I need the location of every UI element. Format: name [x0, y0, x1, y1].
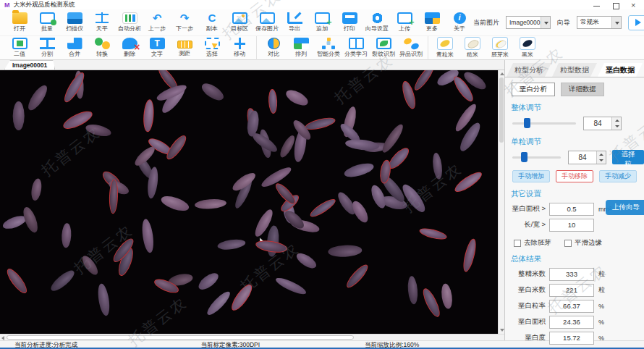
upload-button[interactable]: 上传	[391, 11, 418, 35]
upload-wizard-button[interactable]: 上传向导	[606, 200, 644, 215]
print-button[interactable]: 打印	[336, 11, 363, 35]
target-area-button[interactable]: 目标区	[226, 11, 253, 35]
image-canvas[interactable]	[0, 70, 498, 334]
toolbar-button-label: 转换	[96, 50, 108, 58]
checkbox-item[interactable]: 平滑边缘	[564, 238, 602, 248]
horizontal-scroll-thumb[interactable]	[7, 335, 354, 340]
overall-adjust-spinbox[interactable]: 84	[583, 117, 622, 130]
results-rows: 整精米数 333 粒 垩白米数 221 粒 垩白粒率 66.37 %	[505, 267, 644, 349]
split-button[interactable]: 分割	[33, 36, 61, 60]
checkbox-label: 平滑边缘	[575, 238, 602, 248]
yellow-rice-button[interactable]: 黄粒米	[431, 36, 459, 60]
tab-chalkiness-data[interactable]: 垩白数据	[598, 63, 643, 77]
classify-learn-button[interactable]: 分类学习	[342, 36, 370, 60]
arrange-button[interactable]: 排列	[287, 36, 315, 60]
current-image-select[interactable]: Image00001	[506, 16, 551, 29]
select-button[interactable]: 选择	[198, 36, 226, 60]
about-button[interactable]: 关于	[446, 11, 473, 35]
balance-button[interactable]: 天平	[88, 11, 116, 35]
checkbox-item[interactable]: 去除胚芽	[514, 238, 551, 248]
export-button[interactable]: 导出	[281, 11, 308, 35]
single-grain-slider[interactable]	[512, 156, 561, 159]
checkbox-icon[interactable]	[564, 240, 572, 247]
next-step-button[interactable]: 下一步	[171, 11, 198, 35]
smart-classify-button[interactable]: 智能分类	[315, 36, 342, 60]
manual-remove-button[interactable]: 手动移除	[556, 170, 593, 182]
foreign-detect-button[interactable]: 异品识别	[397, 36, 425, 60]
status-progress: 当前分析进度:分析完成	[14, 341, 77, 349]
toolbar-button-label: 测距	[179, 49, 190, 57]
auto-analyze-button[interactable]: 自动分析	[116, 11, 143, 35]
brown-rice-button[interactable]: 糙米	[459, 36, 486, 60]
chalkiness-analysis-button[interactable]: 垩白分析	[512, 83, 555, 96]
panel-tab-label: 粒型数据	[560, 65, 589, 75]
contrast-button[interactable]: 对比	[260, 36, 287, 60]
toolbar-button-label: 分类学习	[344, 50, 368, 58]
copy-button[interactable]: 副本	[198, 11, 226, 35]
slider-thumb[interactable]	[521, 152, 528, 162]
result-unit: %	[598, 303, 604, 310]
result-field[interactable]: 333	[549, 268, 594, 281]
next-step-icon	[177, 12, 192, 24]
checkbox-icon[interactable]	[514, 240, 521, 247]
setting-input[interactable]: 0.5	[549, 203, 594, 216]
toolbar-button-label: 更多	[426, 25, 438, 33]
append-button[interactable]: 追加	[308, 11, 336, 35]
slider-thumb[interactable]	[524, 118, 530, 128]
play-icon	[635, 19, 641, 26]
result-field[interactable]: 221	[549, 284, 594, 297]
measure-button[interactable]: 测距	[171, 36, 198, 60]
manual-add-button[interactable]: 手动增加	[512, 170, 550, 182]
result-field[interactable]: 66.37	[549, 300, 594, 313]
close-icon[interactable]: ×	[631, 2, 638, 9]
spin-up-icon[interactable]	[612, 117, 621, 124]
start-detection-button[interactable]: 开始检测	[628, 15, 644, 30]
image-tab[interactable]: Image00001	[4, 60, 55, 70]
overall-adjust-value[interactable]: 84	[584, 117, 611, 130]
rice-type-group: 黄粒米 糙米 胚芽米 黑米	[428, 36, 541, 60]
vertical-scroll-thumb[interactable]	[499, 77, 504, 143]
select-grain-button[interactable]: 选择粒	[612, 150, 644, 164]
minimize-icon[interactable]	[593, 2, 601, 9]
batch-button[interactable]: 批量	[33, 11, 61, 35]
prev-step-button[interactable]: 上一步	[143, 11, 171, 35]
crack-detect-button[interactable]: 裂纹识别	[370, 36, 397, 60]
setting-input[interactable]: 10	[549, 219, 594, 232]
vertical-scrollbar[interactable]	[498, 70, 504, 334]
overall-adjust-slider[interactable]	[512, 122, 576, 125]
save-image-button[interactable]: 保存图片	[253, 11, 281, 35]
germ-rice-button[interactable]: 胚芽米	[486, 36, 514, 60]
result-field[interactable]: 15.72	[549, 332, 594, 345]
result-label: 垩白粒率	[505, 301, 546, 311]
detailed-data-button[interactable]: 详细数据	[561, 83, 604, 96]
result-field[interactable]: 24.36	[549, 316, 594, 329]
wizard-settings-button[interactable]: 向导设置	[363, 11, 391, 35]
text-button[interactable]: 文字	[143, 36, 171, 60]
single-grain-spinbox[interactable]: 84	[568, 151, 606, 164]
scanner-button[interactable]: 扫描仪	[61, 11, 88, 35]
convert-button[interactable]: 转换	[88, 36, 116, 60]
spin-down-icon[interactable]	[612, 123, 621, 130]
black-rice-button[interactable]: 黑米	[514, 36, 541, 60]
manual-decrease-button[interactable]: 手动减少	[599, 170, 637, 182]
delete-button[interactable]: 删除	[116, 36, 143, 60]
rice-grain	[62, 223, 72, 248]
more-button[interactable]: 更多	[418, 11, 446, 35]
merge-button[interactable]: 合并	[61, 36, 88, 60]
move-button[interactable]: 移动	[226, 36, 253, 60]
tab-grain-data[interactable]: 粒型数据	[552, 63, 597, 77]
scroll-left-icon[interactable]	[1, 336, 4, 340]
prev-step-icon	[150, 12, 165, 24]
maximize-icon[interactable]	[612, 2, 619, 9]
spin-up-icon[interactable]	[597, 151, 606, 158]
binary-button[interactable]: 二值	[6, 36, 33, 60]
tab-grain-analysis[interactable]: 粒型分析	[507, 63, 551, 77]
chevron-down-icon[interactable]	[541, 17, 550, 28]
rice-grain	[295, 251, 318, 271]
wizard-select[interactable]: 常规米	[577, 16, 622, 29]
chevron-down-icon[interactable]	[611, 17, 621, 28]
horizontal-scrollbar[interactable]	[0, 334, 504, 340]
open-button[interactable]: 打开	[6, 11, 33, 35]
single-grain-value[interactable]: 84	[569, 151, 596, 164]
spin-down-icon[interactable]	[597, 157, 606, 164]
